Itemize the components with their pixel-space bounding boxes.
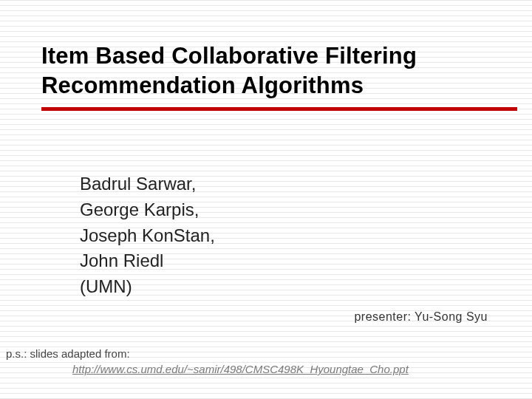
- title-line-2: Recommendation Algorithms: [41, 71, 502, 100]
- title-underline: [41, 107, 517, 111]
- author-line: Badrul Sarwar,: [80, 171, 215, 197]
- slide-content: Item Based Collaborative Filtering Recom…: [0, 0, 532, 399]
- author-affiliation: (UMN): [80, 274, 215, 300]
- title-line-1: Item Based Collaborative Filtering: [41, 41, 502, 71]
- author-line: George Karpis,: [80, 197, 215, 223]
- author-line: John Riedl: [80, 248, 215, 274]
- presenter-label: presenter: Yu-Song Syu: [354, 310, 488, 324]
- authors-block: Badrul Sarwar, George Karpis, Joseph Kon…: [80, 171, 215, 300]
- author-line: Joseph KonStan,: [80, 223, 215, 249]
- footnote: p.s.: slides adapted from: http://www.cs…: [6, 346, 517, 377]
- slide-title: Item Based Collaborative Filtering Recom…: [41, 41, 502, 100]
- footnote-link[interactable]: http://www.cs.umd.edu/~samir/498/CMSC498…: [72, 361, 517, 377]
- footnote-label: p.s.: slides adapted from:: [6, 347, 130, 360]
